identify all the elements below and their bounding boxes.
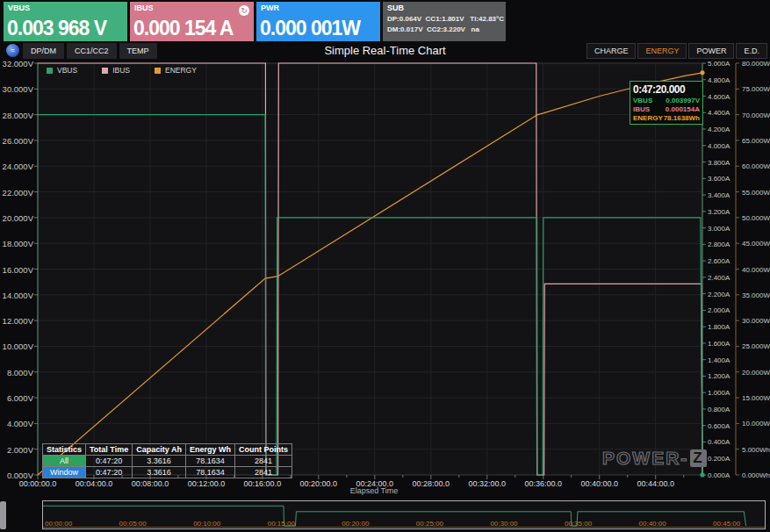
loop-icon[interactable]: ↻ (239, 5, 249, 16)
energy-axis-label: 30.000Wh (742, 317, 770, 325)
legend-item-energy[interactable]: ENERGY (155, 66, 197, 75)
navigator-time-label: 00:25:00 (416, 520, 443, 528)
ibus-axis-label: 1.600A (708, 340, 730, 348)
power-z-app: VBUS 0.003 968 V IBUS ↻ 0.000 154 A PWR … (0, 0, 770, 532)
vbus-axis-label: 18.000V (0, 239, 33, 248)
ibus-axis-label: 2.200A (708, 291, 730, 298)
vbus-axis-label: 10.000V (0, 341, 33, 351)
vbus-value: 0.003 968 V (7, 17, 106, 40)
stats-row-label: All (43, 456, 86, 467)
tooltip-row-energy: ENERGY78.1638Wh (633, 114, 700, 122)
energy-axis-label: 25.000Wh (742, 342, 770, 350)
stats-cell: 3.3616 (133, 467, 186, 478)
energy-axis-label: 80.000Wh (742, 60, 770, 68)
legend-label: VBUS (57, 66, 77, 75)
navigator-time-label: 00:40:00 (639, 520, 666, 528)
ibus-axis-label: 3.600A (708, 175, 730, 183)
stats-header-total-time: Total Time (86, 444, 133, 456)
stats-cell: 0:47:20 (86, 456, 133, 467)
watermark-text: POWER- (602, 448, 688, 469)
watermark-z-badge: Z (690, 449, 706, 467)
ibus-axis-label: 1.400A (708, 356, 730, 364)
stats-row-all: All0:47:203.361678.16342841 (43, 456, 292, 467)
vbus-axis-label: 6.000V (0, 393, 33, 403)
vbus-axis-label: 22.000V (0, 188, 33, 198)
timeline-navigator[interactable]: 00:00:0000:05:0000:10:0000:15:0000:20:00… (42, 500, 766, 529)
x-axis-title: Elapsed Time (330, 486, 418, 495)
sub-tile: SUB DP:0.064V CC1:1.801V TI:42.83°C DM:0… (383, 2, 506, 41)
energy-axis-label: 5.000Wh (742, 446, 770, 454)
ibus-axis-label: 0.200A (708, 455, 730, 463)
ibus-axis-label: 1.000A (708, 389, 730, 397)
energy-axis-label: 15.000Wh (742, 394, 770, 402)
pwr-tile-label: PWR (261, 4, 376, 12)
energy-axis-label: 60.000Wh (742, 162, 770, 170)
tooltip-row-vbus: VBUS0.003997V (633, 97, 700, 104)
navigator-time-label: 00:00:00 (45, 520, 72, 528)
mode-energy[interactable]: ENERGY (637, 43, 687, 59)
energy-axis-label: 55.000Wh (742, 189, 770, 197)
stats-header-capacity-ah: Capacity Ah (133, 444, 186, 456)
navigator-time-label: 00:05:00 (119, 520, 147, 528)
chart-legend: VBUSIBUSENERGY (47, 66, 197, 75)
energy-axis-label: 20.000Wh (742, 369, 770, 377)
legend-item-vbus[interactable]: VBUS (47, 66, 77, 75)
mode-charge[interactable]: CHARGE (586, 43, 637, 59)
legend-label: ENERGY (165, 66, 197, 75)
time-axis-label: 00:04:00.0 (63, 479, 125, 488)
time-axis-label: 00:40:00.0 (569, 479, 630, 488)
ibus-value: 0.000 154 A (133, 17, 233, 40)
ibus-axis-label: 1.800A (708, 323, 730, 331)
energy-axis-label: 35.000Wh (742, 291, 770, 299)
mode-e-d[interactable]: E.D. (736, 43, 767, 59)
ibus-axis-label: 0.000A (708, 471, 730, 479)
sub-row-1: DP:0.064V CC1:1.801V TI:42.83°C (387, 15, 501, 23)
stats-row-window: Window0:47:203.361678.16342841 (43, 467, 292, 478)
ibus-axis-label: 2.600A (708, 257, 730, 265)
stats-row-label: Window (43, 467, 86, 478)
navigator-time-label: 00:30:00 (490, 520, 517, 528)
time-axis-label: 00:16:00.0 (232, 479, 293, 488)
sub-tile-label: SUB (387, 4, 501, 12)
time-axis-label: 00:00:00.0 (7, 479, 68, 488)
stats-header-energy-wh: Energy Wh (185, 444, 234, 456)
toolbar: ≈ DP/DMCC1/CC2TEMP Simple Real-Time Char… (0, 42, 770, 60)
vbus-axis-label: 4.000V (0, 419, 33, 428)
ibus-axis-label: 1.200A (708, 372, 730, 380)
navigator-time-label: 00:10:00 (193, 520, 220, 528)
energy-axis-label: 40.000Wh (742, 266, 770, 274)
stats-cell: 0:47:20 (86, 467, 133, 478)
chart-tooltip: 0:47:20.000 VBUS0.003997VIBUS0.000154AEN… (630, 81, 703, 125)
stats-header-count-points: Count Points (234, 444, 291, 456)
vbus-axis-label: 32.000V (0, 59, 33, 68)
ibus-axis-label: 3.800A (708, 159, 730, 167)
vbus-axis-label: 2.000V (0, 445, 33, 455)
ibus-axis-label: 0.600A (708, 422, 730, 430)
ibus-axis-label: 3.000A (708, 225, 730, 233)
legend-swatch-icon (155, 68, 161, 74)
scrollbar[interactable] (0, 501, 6, 529)
mode-power[interactable]: POWER (688, 43, 734, 59)
energy-axis-label: 65.000Wh (742, 137, 770, 145)
sub-row-2: DM:0.017V CC2:3.220V na (387, 25, 501, 33)
mode-bar: CHARGEENERGYPOWERE.D. (586, 43, 767, 59)
vbus-axis-label: 26.000V (0, 136, 33, 146)
tooltip-row-ibus: IBUS0.000154A (633, 105, 700, 113)
ibus-axis-label: 0.800A (708, 406, 730, 413)
chart-area[interactable]: 32.000V30.000V28.000V26.000V24.000V22.00… (0, 61, 770, 499)
navigator-time-label: 00:35:00 (565, 520, 592, 528)
navigator-time-label: 00:45:00 (713, 520, 740, 528)
vbus-tile: VBUS 0.003 968 V (4, 2, 127, 41)
time-axis-label: 00:44:00.0 (625, 479, 687, 488)
energy-axis-label: 75.000Wh (742, 85, 770, 93)
time-axis-label: 00:32:00.0 (457, 479, 518, 488)
stats-cell: 78.1634 (185, 456, 234, 467)
ibus-axis-label: 3.200A (708, 208, 730, 216)
ibus-axis-label: 5.000A (708, 60, 730, 68)
time-axis-label: 00:08:00.0 (119, 479, 181, 488)
energy-axis-label: 70.000Wh (742, 111, 770, 119)
legend-item-ibus[interactable]: IBUS (102, 66, 130, 75)
ibus-axis-label: 2.800A (708, 241, 730, 248)
vbus-axis-label: 12.000V (0, 316, 33, 326)
vbus-axis-label: 8.000V (0, 368, 33, 377)
